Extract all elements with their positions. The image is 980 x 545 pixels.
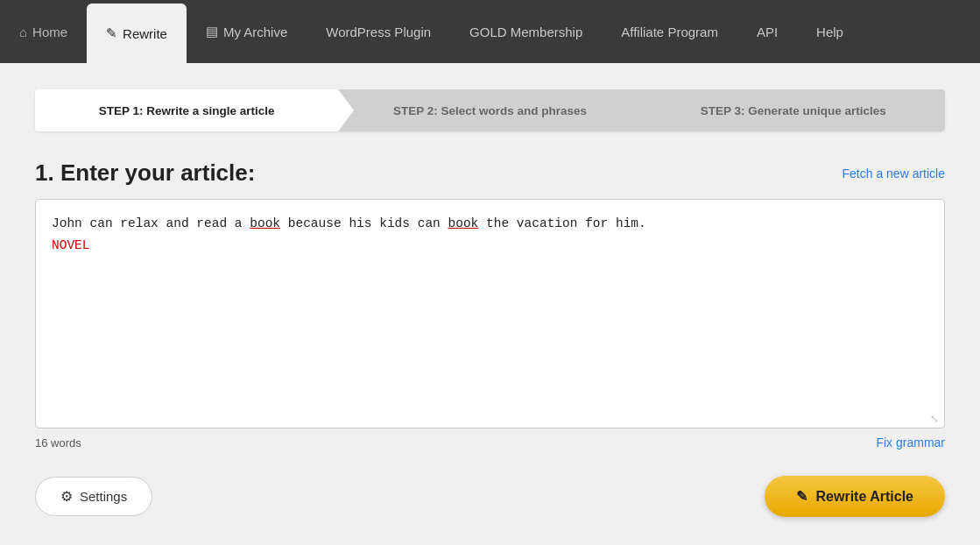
word-book2: book xyxy=(448,216,479,230)
nav-affiliate-label: Affiliate Program xyxy=(621,25,718,39)
nav-archive-label: My Archive xyxy=(223,25,287,39)
pen-icon-nav: ✎ xyxy=(106,25,117,41)
steps-bar: STEP 1: Rewrite a single article STEP 2:… xyxy=(35,89,945,131)
nav-archive[interactable]: ▤ My Archive xyxy=(187,0,307,63)
footer-row: 16 words Fix grammar xyxy=(35,435,945,449)
step2-arrow xyxy=(642,89,658,131)
home-icon: ⌂ xyxy=(19,25,27,39)
bottom-row: ⚙ Settings ✎ Rewrite Article xyxy=(35,476,945,517)
nav-api-label: API xyxy=(757,25,778,39)
word-count: 16 words xyxy=(35,436,81,449)
nav-rewrite-label: Rewrite xyxy=(123,26,167,41)
nav-help[interactable]: Help xyxy=(797,0,863,63)
nav-gold-label: GOLD Membership xyxy=(469,25,582,39)
nav-wordpress-label: WordPress Plugin xyxy=(326,25,431,39)
nav-gold[interactable]: GOLD Membership xyxy=(450,0,602,63)
fix-grammar-link[interactable]: Fix grammar xyxy=(876,435,945,449)
step1-label: STEP 1: Rewrite a single article xyxy=(99,104,275,117)
step3-label: STEP 3: Generate unique articles xyxy=(701,104,886,117)
step-2[interactable]: STEP 2: Select words and phrases xyxy=(338,89,641,131)
section-title: 1. Enter your article: xyxy=(35,159,255,187)
step2-label: STEP 2: Select words and phrases xyxy=(393,104,587,117)
textarea-spacer xyxy=(52,256,928,414)
archive-icon: ▤ xyxy=(206,24,218,39)
pen-icon-btn: ✎ xyxy=(796,488,807,505)
settings-label: Settings xyxy=(80,489,127,504)
nav-home[interactable]: ⌂ Home xyxy=(0,0,87,63)
nav-rewrite[interactable]: ✎ Rewrite xyxy=(87,4,187,63)
nav-bar: ⌂ Home ✎ Rewrite ▤ My Archive WordPress … xyxy=(0,0,980,63)
main-content: STEP 1: Rewrite a single article STEP 2:… xyxy=(0,63,980,545)
section-header: 1. Enter your article: Fetch a new artic… xyxy=(35,159,945,187)
rewrite-article-button[interactable]: ✎ Rewrite Article xyxy=(765,476,945,517)
nav-home-label: Home xyxy=(32,25,67,39)
settings-button[interactable]: ⚙ Settings xyxy=(35,477,152,516)
nav-wordpress[interactable]: WordPress Plugin xyxy=(307,0,450,63)
article-textarea-wrapper[interactable]: John can relax and read a book because h… xyxy=(35,199,945,428)
rewrite-label: Rewrite Article xyxy=(816,489,913,505)
step-1[interactable]: STEP 1: Rewrite a single article xyxy=(35,89,338,131)
fetch-link[interactable]: Fetch a new article xyxy=(843,166,946,180)
nav-help-label: Help xyxy=(816,25,843,39)
spell-suggestion: NOVEL xyxy=(52,236,928,256)
step1-arrow xyxy=(338,89,354,131)
gear-icon: ⚙ xyxy=(60,488,73,505)
article-text[interactable]: John can relax and read a book because h… xyxy=(52,214,928,256)
step-3[interactable]: STEP 3: Generate unique articles xyxy=(642,89,945,131)
word-book1: book xyxy=(250,216,280,230)
nav-affiliate[interactable]: Affiliate Program xyxy=(602,0,737,63)
nav-api[interactable]: API xyxy=(737,0,797,63)
resize-handle[interactable]: ⤡ xyxy=(930,414,942,426)
